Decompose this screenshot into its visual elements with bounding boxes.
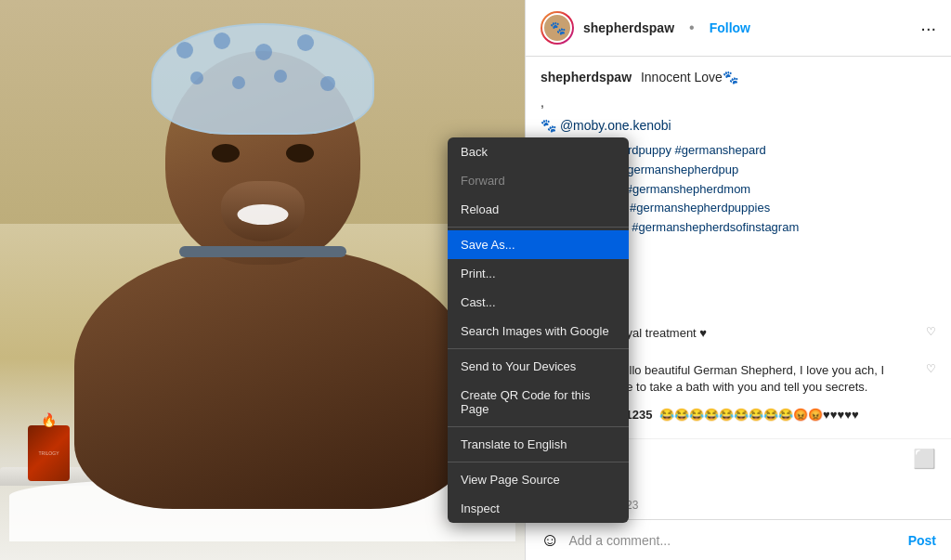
comment-text: 😂😂😂😂😂😂😂😂😂😡😡♥♥♥♥♥ bbox=[659, 408, 859, 422]
menu-forward: Forward bbox=[448, 166, 629, 195]
menu-translate[interactable]: Translate to English bbox=[448, 430, 629, 459]
caption-block: shepherdspaw Innocent Love🐾 bbox=[541, 68, 936, 87]
comment-body: ma.rleen1235 😂😂😂😂😂😂😂😂😂😡😡♥♥♥♥♥ bbox=[576, 407, 936, 423]
menu-inspect[interactable]: Inspect bbox=[448, 494, 629, 523]
caption-mention[interactable]: 🐾 @moby.one.kenobi bbox=[541, 116, 936, 136]
separator-dot: • bbox=[689, 20, 695, 36]
more-options-icon[interactable]: ··· bbox=[920, 18, 936, 39]
menu-cast[interactable]: Cast... bbox=[448, 288, 629, 317]
photo-panel: 🔥 TRILOGY bbox=[0, 0, 525, 560]
comment-like-icon[interactable]: ♡ bbox=[926, 362, 936, 375]
menu-save-as[interactable]: Save As... bbox=[448, 230, 629, 259]
menu-search-images[interactable]: Search Images with Google bbox=[448, 317, 629, 345]
avatar-image: 🐾 bbox=[542, 13, 572, 43]
caption-username[interactable]: shepherdspaw bbox=[541, 70, 632, 85]
post-button[interactable]: Post bbox=[908, 533, 936, 548]
emoji-picker-icon[interactable]: ☺ bbox=[541, 529, 559, 551]
context-menu: Back Forward Reload Save As... Print... … bbox=[448, 137, 629, 523]
menu-divider bbox=[448, 348, 629, 349]
menu-view-source[interactable]: View Page Source bbox=[448, 465, 629, 494]
menu-send-devices[interactable]: Send to Your Devices bbox=[448, 352, 629, 381]
menu-back[interactable]: Back bbox=[448, 137, 629, 166]
comment-like-icon[interactable]: ♡ bbox=[926, 325, 936, 338]
menu-divider bbox=[448, 426, 629, 427]
bookmark-button[interactable]: ⬜ bbox=[913, 448, 936, 470]
comment-input[interactable] bbox=[568, 533, 898, 548]
post-header: 🐾 shepherdspaw • Follow ··· bbox=[526, 0, 951, 57]
header-username[interactable]: shepherdspaw bbox=[583, 20, 674, 35]
add-comment-bar: ☺ Post bbox=[526, 519, 951, 560]
menu-qr-code[interactable]: Create QR Code for this Page bbox=[448, 381, 629, 423]
menu-divider bbox=[448, 462, 629, 462]
menu-reload[interactable]: Reload bbox=[448, 195, 629, 224]
menu-print[interactable]: Print... bbox=[448, 259, 629, 288]
menu-divider bbox=[448, 227, 629, 228]
follow-button[interactable]: Follow bbox=[710, 20, 750, 35]
caption-text: Innocent Love🐾 bbox=[641, 70, 738, 85]
dog-photo: 🔥 TRILOGY bbox=[0, 0, 525, 560]
avatar[interactable]: 🐾 bbox=[541, 11, 574, 45]
caption-comma: , bbox=[541, 93, 936, 112]
